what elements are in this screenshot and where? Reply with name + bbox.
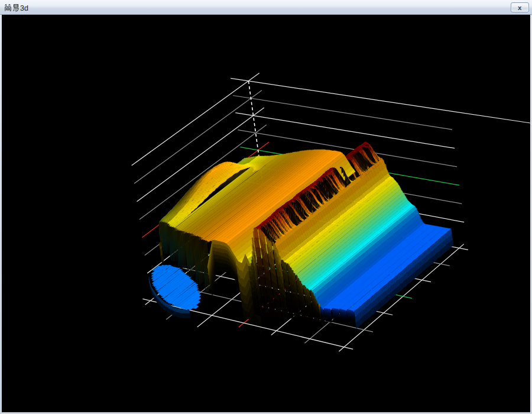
svg-text:3d: 3d bbox=[20, 4, 28, 12]
